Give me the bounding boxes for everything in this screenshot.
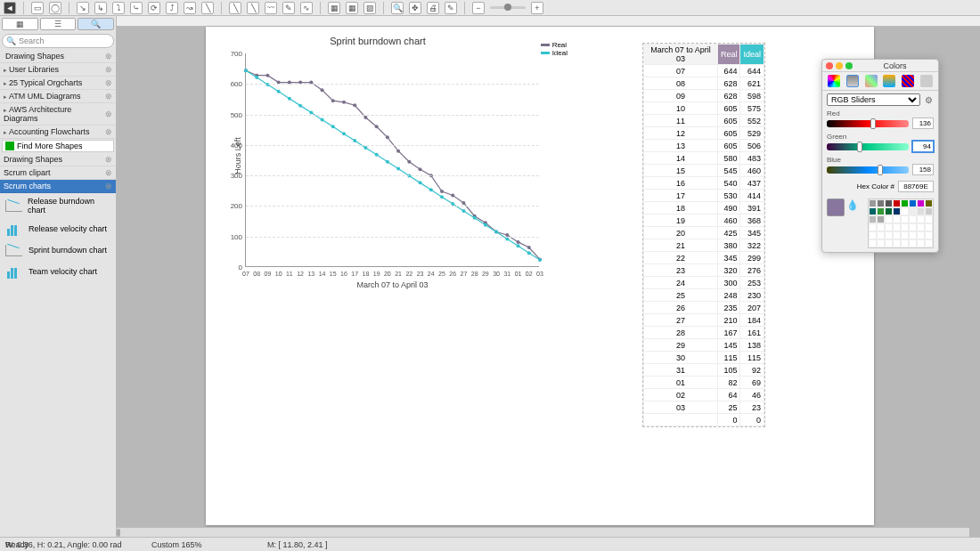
- window-close[interactable]: [826, 62, 833, 69]
- tool-curve[interactable]: 〰: [265, 2, 277, 14]
- shape-item[interactable]: Release burndown chart: [0, 193, 116, 218]
- tool-connector-5[interactable]: ⟳: [148, 2, 160, 14]
- tab-palette[interactable]: [865, 75, 878, 87]
- palette-cell[interactable]: [917, 223, 925, 231]
- palette-cell[interactable]: [877, 215, 885, 223]
- palette-cell[interactable]: [917, 199, 925, 207]
- sidebar-library[interactable]: Scrum charts⊗: [0, 180, 116, 193]
- sidebar-library[interactable]: Scrum clipart⊗: [0, 166, 116, 180]
- tool-print[interactable]: 🖨: [427, 2, 439, 14]
- palette-cell[interactable]: [869, 223, 877, 231]
- palette-cell[interactable]: [877, 239, 885, 247]
- palette-cell[interactable]: [893, 231, 901, 239]
- sidebar-search[interactable]: 🔍 Search: [2, 34, 114, 48]
- sidebar-view-list[interactable]: ☰: [40, 18, 77, 30]
- tool-edit[interactable]: ✎: [445, 2, 457, 14]
- zoom-slider[interactable]: [490, 6, 526, 9]
- find-more-shapes[interactable]: Find More Shapes: [2, 140, 114, 152]
- palette-cell[interactable]: [877, 223, 885, 231]
- palette-cell[interactable]: [917, 215, 925, 223]
- palette-cell[interactable]: [925, 207, 933, 215]
- sidebar-group[interactable]: ▸ATM UML Diagrams⊗: [0, 90, 116, 103]
- palette-cell[interactable]: [909, 215, 917, 223]
- tool-select[interactable]: ◄: [4, 2, 16, 14]
- palette-cell[interactable]: [901, 199, 909, 207]
- tool-group-3[interactable]: ▨: [363, 2, 376, 14]
- tool-connector-7[interactable]: ↝: [184, 2, 196, 14]
- tool-connector-3[interactable]: ⤵: [112, 2, 125, 14]
- palette-cell[interactable]: [893, 199, 901, 207]
- color-palette-grid[interactable]: [868, 199, 934, 248]
- tool-connector-6[interactable]: ⤴: [166, 2, 178, 14]
- gear-icon[interactable]: ⚙: [923, 94, 934, 105]
- palette-cell[interactable]: [885, 223, 893, 231]
- sidebar-view-grid[interactable]: ▦: [2, 18, 38, 30]
- tool-pan[interactable]: ✥: [409, 2, 421, 14]
- tool-connector-1[interactable]: ↘: [77, 2, 89, 14]
- palette-cell[interactable]: [885, 231, 893, 239]
- tool-connector-8[interactable]: ╲: [201, 2, 214, 14]
- green-value-input[interactable]: [912, 141, 934, 152]
- tool-polyline[interactable]: ╲: [247, 2, 259, 14]
- palette-cell[interactable]: [917, 207, 925, 215]
- palette-cell[interactable]: [925, 223, 933, 231]
- sidebar-group[interactable]: ▸25 Typical Orgcharts⊗: [0, 77, 116, 90]
- tab-crayons[interactable]: [902, 75, 914, 87]
- palette-cell[interactable]: [893, 207, 901, 215]
- blue-value-input[interactable]: [912, 164, 934, 175]
- sidebar-group[interactable]: ▸User Libraries⊗: [0, 63, 116, 77]
- palette-cell[interactable]: [885, 215, 893, 223]
- palette-cell[interactable]: [917, 239, 925, 247]
- palette-cell[interactable]: [877, 207, 885, 215]
- palette-cell[interactable]: [925, 239, 933, 247]
- hex-input[interactable]: [898, 181, 934, 192]
- tool-spline[interactable]: ∿: [300, 2, 313, 14]
- palette-cell[interactable]: [901, 223, 909, 231]
- palette-cell[interactable]: [909, 231, 917, 239]
- palette-cell[interactable]: [925, 231, 933, 239]
- sidebar-group[interactable]: ▸Accounting Flowcharts⊗: [0, 126, 116, 139]
- palette-cell[interactable]: [893, 215, 901, 223]
- red-value-input[interactable]: [912, 117, 934, 129]
- tab-sliders[interactable]: [846, 75, 859, 87]
- palette-cell[interactable]: [885, 239, 893, 247]
- tool-connector-4[interactable]: ⤷: [130, 2, 143, 14]
- sidebar-group[interactable]: Drawing Shapes⊗: [0, 50, 116, 63]
- sidebar-group[interactable]: ▸AWS Architecture Diagrams⊗: [0, 103, 116, 126]
- sidebar-library[interactable]: Drawing Shapes⊗: [0, 153, 116, 166]
- colors-titlebar[interactable]: Colors: [822, 60, 938, 72]
- tool-line[interactable]: ╲: [229, 2, 241, 14]
- shape-item[interactable]: Sprint burndown chart: [0, 239, 116, 261]
- green-slider[interactable]: [827, 143, 909, 150]
- eyedropper-icon[interactable]: 💧: [846, 199, 859, 211]
- palette-cell[interactable]: [885, 207, 893, 215]
- tab-wheel[interactable]: [828, 75, 840, 87]
- palette-cell[interactable]: [925, 199, 933, 207]
- palette-cell[interactable]: [893, 239, 901, 247]
- palette-cell[interactable]: [901, 215, 909, 223]
- palette-cell[interactable]: [877, 231, 885, 239]
- red-slider[interactable]: [827, 120, 909, 127]
- zoom-in[interactable]: +: [531, 2, 543, 14]
- tool-rect[interactable]: ▭: [31, 2, 44, 14]
- tool-ellipse[interactable]: ◯: [49, 2, 61, 14]
- palette-cell[interactable]: [893, 223, 901, 231]
- palette-cell[interactable]: [877, 199, 885, 207]
- palette-cell[interactable]: [869, 207, 877, 215]
- palette-cell[interactable]: [909, 239, 917, 247]
- palette-cell[interactable]: [909, 223, 917, 231]
- shape-item[interactable]: Release velocity chart: [0, 218, 116, 239]
- tab-pencils[interactable]: [920, 75, 933, 87]
- palette-cell[interactable]: [869, 239, 877, 247]
- window-minimize[interactable]: [836, 62, 843, 69]
- window-zoom[interactable]: [845, 62, 853, 69]
- horizontal-scrollbar[interactable]: [117, 527, 969, 537]
- blue-slider[interactable]: [827, 166, 909, 174]
- shape-item[interactable]: Team velocity chart: [0, 261, 116, 282]
- palette-cell[interactable]: [869, 215, 877, 223]
- slider-mode-select[interactable]: RGB Sliders: [827, 93, 920, 106]
- palette-cell[interactable]: [901, 239, 909, 247]
- zoom-readout[interactable]: Custom 165%: [151, 540, 202, 549]
- tool-connector-2[interactable]: ↳: [94, 2, 107, 14]
- tool-freehand[interactable]: ✎: [282, 2, 295, 14]
